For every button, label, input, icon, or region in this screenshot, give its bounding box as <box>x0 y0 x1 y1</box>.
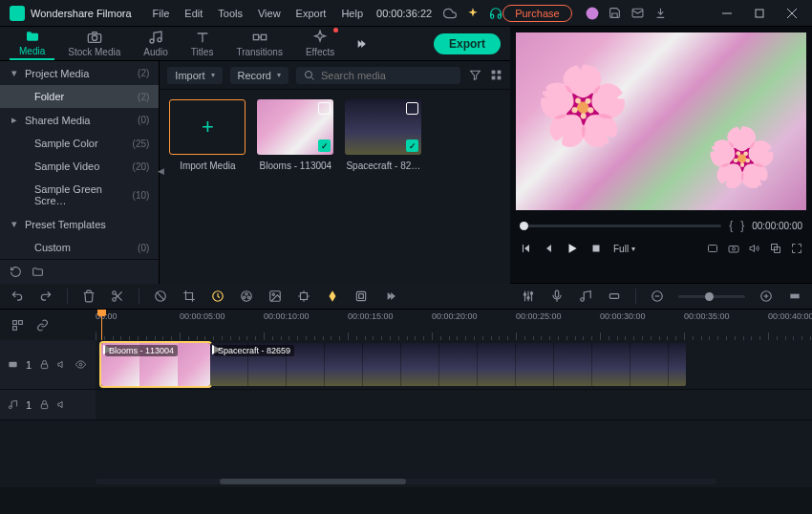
prev-frame-icon[interactable] <box>520 243 531 254</box>
mark-out-icon[interactable]: } <box>740 219 744 232</box>
refresh-icon[interactable] <box>10 266 22 278</box>
detach-icon[interactable] <box>770 243 781 254</box>
speed-icon[interactable] <box>210 289 225 304</box>
download-icon[interactable] <box>654 7 668 20</box>
tabs-more-icon[interactable] <box>353 37 367 51</box>
window-close-button[interactable] <box>776 0 808 27</box>
svg-point-43 <box>527 297 529 299</box>
window-maximize-button[interactable] <box>743 0 776 27</box>
undo-icon[interactable] <box>10 289 25 304</box>
svg-point-44 <box>530 292 532 294</box>
motion-tracking-icon[interactable] <box>296 289 311 304</box>
fullscreen-icon[interactable] <box>791 243 802 254</box>
record-dropdown[interactable]: Record▾ <box>230 67 288 84</box>
step-back-icon[interactable] <box>543 243 554 254</box>
timeline-clip[interactable]: Spacecraft - 82659 <box>210 343 686 386</box>
voiceover-icon[interactable] <box>549 289 565 304</box>
search-input[interactable] <box>321 70 453 81</box>
preview-quality-dropdown[interactable]: Full▾ <box>613 244 635 254</box>
keyframe-icon[interactable] <box>325 289 340 304</box>
window-minimize-button[interactable] <box>711 0 743 27</box>
media-thumb-blooms[interactable]: ✓ Blooms - 113004 <box>257 99 333 171</box>
volume-icon[interactable] <box>749 243 760 254</box>
mute-icon[interactable] <box>57 359 68 370</box>
menu-tools[interactable]: Tools <box>210 8 250 19</box>
media-thumb-spacecraft[interactable]: ✓ Spacecraft - 82… <box>345 99 421 171</box>
menu-export[interactable]: Export <box>288 8 334 19</box>
mask-icon[interactable] <box>353 289 369 304</box>
ruler-label: 00:00:20:00 <box>432 311 478 321</box>
menu-view[interactable]: View <box>250 8 288 19</box>
dropdown-label: Full <box>613 244 629 254</box>
mute-icon[interactable] <box>57 399 68 410</box>
mark-in-icon[interactable]: { <box>729 219 733 232</box>
preview-viewport[interactable] <box>516 32 806 210</box>
sidebar-item-shared-media[interactable]: ▸Shared Media(0) <box>0 108 159 132</box>
timeline-hscroll[interactable] <box>0 476 812 487</box>
save-icon[interactable] <box>609 7 622 20</box>
zoom-in-icon[interactable] <box>759 289 774 304</box>
filter-icon[interactable] <box>468 69 481 82</box>
sidebar-item-sample-green[interactable]: Sample Green Scre…(10) <box>0 178 159 212</box>
tab-transitions[interactable]: Transitions <box>226 28 292 59</box>
search-icon <box>304 70 315 81</box>
sidebar-item-project-media[interactable]: ▾Project Media(2) <box>0 61 159 85</box>
export-button[interactable]: Export <box>434 33 501 54</box>
menu-edit[interactable]: Edit <box>177 8 210 19</box>
marker-icon[interactable] <box>607 289 622 304</box>
sidebar-item-preset-templates[interactable]: ▾Preset Templates <box>0 212 159 236</box>
collapse-sidebar-icon[interactable]: ◀ <box>158 166 164 176</box>
sidebar-item-label: Sample Video <box>34 161 99 172</box>
audio-mixer-icon[interactable] <box>521 289 536 304</box>
audio-sync-icon[interactable] <box>578 289 593 304</box>
snapshot-icon[interactable] <box>728 243 739 254</box>
timeline-layers-icon[interactable] <box>10 317 25 332</box>
menu-file[interactable]: File <box>145 8 178 19</box>
tab-titles[interactable]: Titles <box>182 28 224 59</box>
render-preview-icon[interactable] <box>707 243 718 254</box>
timeline-ruler[interactable]: 00:0000:00:05:0000:00:10:0000:00:15:0000… <box>96 310 812 340</box>
avatar-icon[interactable] <box>586 7 599 20</box>
visibility-icon[interactable] <box>75 359 86 370</box>
green-screen-icon[interactable] <box>267 289 283 304</box>
sidebar-item-folder[interactable]: Folder(2) <box>0 85 159 108</box>
media-sidebar: ▾Project Media(2) Folder(2) ▸Shared Medi… <box>0 61 160 284</box>
play-icon[interactable] <box>566 242 579 255</box>
tab-effects[interactable]: Effects <box>296 28 344 59</box>
sidebar-item-sample-video[interactable]: Sample Video(20) <box>0 155 159 178</box>
new-folder-icon[interactable] <box>32 266 44 278</box>
svg-rect-58 <box>41 364 47 369</box>
redo-icon[interactable] <box>38 289 53 304</box>
purchase-button[interactable]: Purchase <box>502 5 571 22</box>
link-icon[interactable] <box>34 317 50 332</box>
menu-help[interactable]: Help <box>333 8 371 19</box>
timeline-clip[interactable]: Blooms - 113004 <box>101 343 210 386</box>
sparkle-icon[interactable] <box>466 7 480 20</box>
stop-icon[interactable] <box>590 243 602 254</box>
preview-scrubber[interactable] <box>520 225 721 227</box>
sidebar-item-label: Preset Templates <box>25 219 106 230</box>
playhead[interactable] <box>101 310 102 340</box>
sidebar-item-custom[interactable]: Custom(0) <box>0 236 159 259</box>
lock-icon[interactable] <box>39 359 50 370</box>
split-icon[interactable] <box>110 289 125 304</box>
import-dropdown[interactable]: Import▾ <box>167 67 222 84</box>
headphones-icon[interactable] <box>489 7 502 20</box>
lock-icon[interactable] <box>39 399 50 410</box>
color-icon[interactable] <box>239 289 254 304</box>
tab-media[interactable]: Media <box>10 27 54 60</box>
sidebar-item-sample-color[interactable]: Sample Color(25) <box>0 132 159 155</box>
crop-icon[interactable] <box>182 289 197 304</box>
delete-icon[interactable] <box>81 289 96 304</box>
disable-icon[interactable] <box>153 289 168 304</box>
grid-view-icon[interactable] <box>489 69 502 82</box>
zoom-slider[interactable] <box>678 295 745 298</box>
tab-stock-media[interactable]: Stock Media <box>58 28 130 59</box>
zoom-out-icon[interactable] <box>650 289 665 304</box>
zoom-fit-icon[interactable] <box>787 289 802 304</box>
cloud-icon[interactable] <box>443 7 457 20</box>
message-icon[interactable] <box>631 7 645 20</box>
tab-audio[interactable]: Audio <box>134 28 178 59</box>
import-media-tile[interactable]: + Import Media <box>169 99 246 171</box>
more-tools-icon[interactable] <box>382 289 397 304</box>
